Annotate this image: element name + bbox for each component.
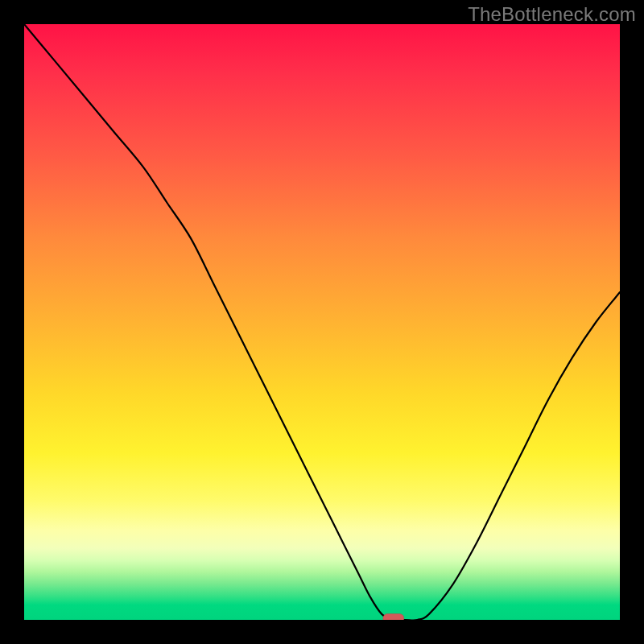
curve-svg bbox=[24, 24, 620, 620]
watermark-text: TheBottleneck.com bbox=[468, 3, 636, 26]
minimum-marker bbox=[383, 614, 404, 621]
plot-area bbox=[24, 24, 620, 620]
chart-frame: TheBottleneck.com bbox=[0, 0, 644, 644]
bottleneck-curve bbox=[24, 24, 620, 620]
